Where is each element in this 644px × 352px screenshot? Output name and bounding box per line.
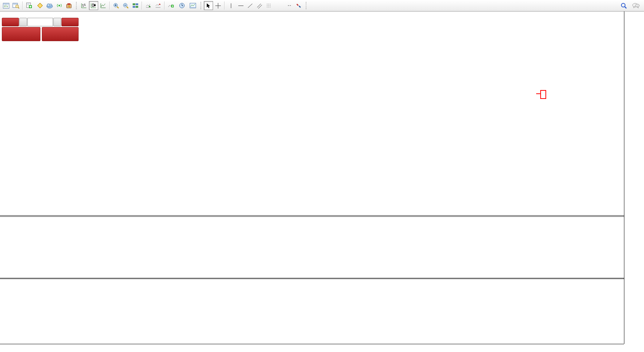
periods-button[interactable] <box>177 1 188 10</box>
cursor-icon <box>206 3 211 9</box>
price-axis-border <box>624 11 624 344</box>
sell-button[interactable] <box>2 18 19 26</box>
buy-price-display[interactable] <box>42 27 79 41</box>
volume-input[interactable] <box>27 18 53 26</box>
pane-separator[interactable] <box>0 278 624 278</box>
vline-tool-button[interactable] <box>226 1 236 10</box>
search-button[interactable] <box>619 1 628 10</box>
toolbar-grip <box>306 2 308 9</box>
new-order-button[interactable] <box>24 1 35 10</box>
fibonacci-tool-button[interactable] <box>265 1 275 10</box>
clock-icon <box>179 3 185 9</box>
pane-separator[interactable] <box>0 215 624 216</box>
label-tool-icon <box>288 5 291 6</box>
signals-icon <box>56 3 63 9</box>
line-chart-button[interactable] <box>99 1 108 10</box>
auto-scroll-icon <box>145 3 152 9</box>
volume-decrease-button[interactable] <box>19 18 27 26</box>
chart-shift-button[interactable] <box>153 1 163 10</box>
profiles-icon <box>13 3 19 9</box>
trendline-tool-button[interactable] <box>246 1 255 10</box>
indicators-button[interactable] <box>166 1 177 10</box>
tile-windows-button[interactable] <box>131 1 140 10</box>
toolbar-separator <box>224 1 225 10</box>
pane-separator[interactable] <box>0 216 624 217</box>
macd-canvas[interactable] <box>0 217 624 278</box>
crosshair-icon <box>215 3 221 9</box>
metaeditor-button[interactable] <box>35 1 44 10</box>
search-icon <box>621 3 627 9</box>
pane-separator[interactable] <box>0 279 624 279</box>
signals-button[interactable] <box>55 1 64 10</box>
vertical-line-icon <box>229 3 233 9</box>
templates-button[interactable] <box>188 1 199 10</box>
autotrade-button[interactable] <box>64 1 75 10</box>
toolbar-grip <box>76 2 78 9</box>
new-chart-button[interactable] <box>1 1 11 10</box>
bars-chart-button[interactable] <box>79 1 89 10</box>
toolbar <box>0 0 644 11</box>
indicators-icon <box>168 3 174 9</box>
toolbar-separator <box>142 1 142 10</box>
main-chart-canvas[interactable] <box>0 11 624 215</box>
toolbar-right <box>619 1 643 10</box>
autotrade-icon <box>66 3 72 9</box>
arrows-tool-button[interactable] <box>294 1 305 10</box>
line-chart-icon <box>100 3 106 9</box>
text-tool-button[interactable] <box>275 1 284 10</box>
market-icon <box>46 3 53 9</box>
sell-price-display[interactable] <box>2 27 40 41</box>
equidistant-channel-icon <box>257 3 262 9</box>
zoom-in-button[interactable] <box>112 1 121 10</box>
chat-icon <box>632 3 640 9</box>
hline-tool-button[interactable] <box>236 1 245 10</box>
toolbar-separator <box>164 1 165 10</box>
fibonacci-icon <box>266 3 272 9</box>
toolbar-grip <box>200 2 203 9</box>
new-chart-icon <box>3 3 9 9</box>
price-annotation-connector <box>536 93 540 94</box>
templates-icon <box>190 3 196 9</box>
cursor-tool-button[interactable] <box>204 1 213 10</box>
market-button[interactable] <box>45 1 54 10</box>
zoom-out-icon <box>123 3 129 9</box>
toolbar-separator <box>109 1 110 10</box>
bars-chart-icon <box>81 3 87 9</box>
volume-increase-button[interactable] <box>53 18 61 26</box>
crosshair-tool-button[interactable] <box>213 1 223 10</box>
rsi-canvas[interactable] <box>0 279 624 344</box>
chart-shift-icon <box>155 3 161 9</box>
profiles-button[interactable] <box>11 1 21 10</box>
chat-button[interactable] <box>631 1 641 10</box>
arrows-icon <box>296 3 302 9</box>
metaeditor-icon <box>37 3 43 9</box>
auto-scroll-button[interactable] <box>144 1 153 10</box>
candles-chart-button[interactable] <box>89 1 98 10</box>
price-annotation-label[interactable] <box>540 90 546 99</box>
label-tool-button[interactable] <box>285 1 294 10</box>
zoom-in-icon <box>113 3 119 9</box>
toolbar-separator <box>22 1 23 10</box>
horizontal-line-icon <box>238 3 244 9</box>
buy-button[interactable] <box>62 18 79 26</box>
new-order-icon <box>26 3 32 9</box>
tile-windows-icon <box>132 3 139 9</box>
candles-chart-icon <box>90 3 97 9</box>
zoom-out-button[interactable] <box>121 1 130 10</box>
trendline-icon <box>248 3 253 9</box>
time-axis-border <box>0 344 624 344</box>
one-click-trading-panel <box>2 18 79 41</box>
channel-tool-button[interactable] <box>255 1 265 10</box>
